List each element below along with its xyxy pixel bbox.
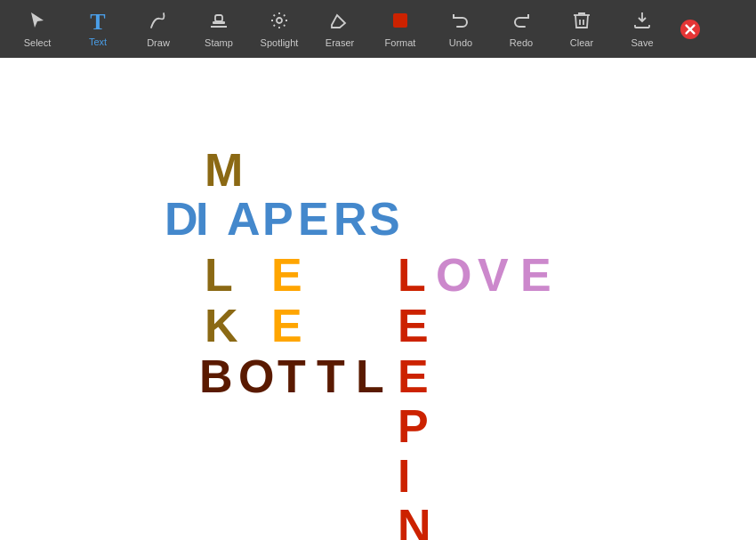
eraser-label: Eraser (326, 37, 354, 48)
canvas-letter: E (398, 302, 429, 349)
svg-rect-12 (393, 13, 407, 28)
canvas-letter: E (398, 353, 429, 399)
canvas-letter: N (398, 503, 431, 540)
eraser-icon (329, 10, 350, 35)
canvas-letter: M (205, 147, 243, 193)
text-icon: T (90, 11, 105, 34)
toolbar: Select T Text Draw Stamp (0, 0, 756, 58)
svg-line-11 (274, 25, 275, 26)
redo-icon (511, 10, 532, 35)
text-tool[interactable]: T Text (68, 3, 128, 56)
stamp-label: Stamp (205, 37, 233, 48)
canvas: MDIAPERSLELOVEKEEBOTTLEPING (0, 58, 756, 540)
clear-icon (571, 10, 592, 35)
canvas-letter: E (271, 252, 302, 298)
save-icon (631, 10, 653, 35)
canvas-letter: O (238, 353, 274, 399)
draw-label: Draw (147, 37, 170, 48)
draw-tool[interactable]: Draw (128, 3, 189, 56)
select-tool[interactable]: Select (7, 3, 68, 56)
redo-tool[interactable]: Redo (491, 3, 551, 56)
close-button[interactable] (676, 15, 704, 44)
canvas-letter: B (199, 353, 233, 399)
stamp-icon (208, 10, 229, 35)
svg-line-8 (274, 15, 275, 16)
canvas-letter: E (298, 196, 329, 242)
spotlight-label: Spotlight (261, 37, 299, 48)
svg-point-3 (277, 18, 282, 23)
save-tool[interactable]: Save (612, 3, 672, 56)
svg-line-10 (284, 15, 285, 16)
canvas-letter: L (398, 252, 426, 298)
select-icon (27, 10, 48, 35)
text-label: Text (89, 36, 107, 47)
spotlight-tool[interactable]: Spotlight (249, 3, 310, 56)
format-icon (390, 10, 411, 35)
eraser-tool[interactable]: Eraser (310, 3, 370, 56)
canvas-letter: O (436, 252, 471, 298)
canvas-letter: T (317, 353, 345, 399)
format-tool[interactable]: Format (370, 3, 430, 56)
undo-icon (450, 10, 471, 35)
canvas-letter: A (227, 196, 261, 242)
canvas-letter: T (277, 353, 306, 399)
canvas-letter: R (334, 196, 367, 242)
svg-rect-1 (215, 15, 222, 21)
canvas-letter: L (205, 252, 233, 298)
canvas-letter: K (205, 302, 238, 349)
undo-label: Undo (449, 37, 472, 48)
canvas-letter: E (520, 252, 551, 298)
canvas-letter: I (398, 453, 410, 499)
clear-label: Clear (570, 37, 593, 48)
redo-label: Redo (510, 37, 533, 48)
save-label: Save (631, 37, 653, 48)
canvas-letter: V (478, 252, 509, 298)
format-label: Format (385, 37, 416, 48)
canvas-letter: E (271, 302, 302, 349)
canvas-letter: P (262, 196, 294, 242)
canvas-letter: I (196, 196, 208, 242)
canvas-letter: P (398, 403, 429, 449)
undo-tool[interactable]: Undo (430, 3, 491, 56)
canvas-letter: L (356, 353, 384, 399)
spotlight-icon (269, 10, 290, 35)
clear-tool[interactable]: Clear (551, 3, 612, 56)
canvas-letter: D (165, 196, 198, 242)
select-label: Select (24, 37, 52, 48)
canvas-letter: S (369, 196, 400, 242)
draw-icon (148, 10, 169, 35)
stamp-tool[interactable]: Stamp (189, 3, 249, 56)
svg-line-9 (284, 25, 285, 26)
